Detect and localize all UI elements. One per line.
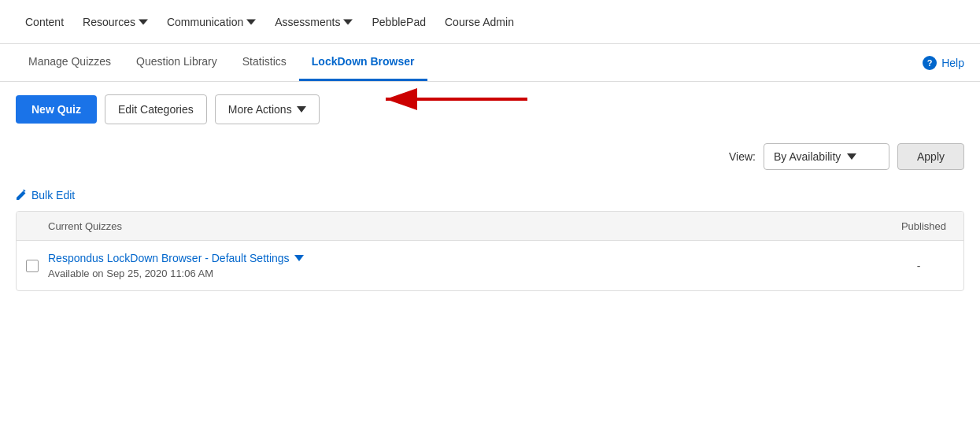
nav-resources[interactable]: Resources	[73, 0, 157, 44]
new-quiz-button[interactable]: New Quiz	[16, 95, 97, 124]
row-content: Respondus LockDown Browser - Default Set…	[48, 252, 874, 279]
row-checkbox[interactable]	[26, 260, 39, 272]
sub-nav-tabs: Manage Quizzes Question Library Statisti…	[16, 44, 923, 81]
pencil-icon	[16, 190, 27, 201]
sub-navigation: Manage Quizzes Question Library Statisti…	[0, 44, 980, 82]
view-select[interactable]: By Availability	[764, 143, 889, 170]
more-actions-button[interactable]: More Actions	[215, 94, 320, 124]
quiz-published: -	[883, 260, 954, 272]
nav-assessments[interactable]: Assessments	[265, 0, 362, 44]
action-toolbar: New Quiz Edit Categories More Actions	[0, 82, 980, 137]
quiz-link-chevron-icon	[294, 255, 304, 261]
nav-pebblepad[interactable]: PebblePad	[362, 0, 435, 44]
help-icon: ?	[923, 56, 937, 70]
view-select-chevron-icon	[847, 153, 856, 160]
tab-statistics[interactable]: Statistics	[230, 44, 299, 81]
column-header-quizzes: Current Quizzes	[48, 220, 874, 232]
top-navigation: Content Resources Communication Assessme…	[0, 0, 980, 44]
view-label: View:	[729, 150, 756, 163]
nav-courseadmin[interactable]: Course Admin	[435, 0, 523, 44]
bulk-edit-link[interactable]: Bulk Edit	[16, 189, 75, 201]
nav-communication[interactable]: Communication	[157, 0, 265, 44]
column-header-published: Published	[883, 220, 954, 232]
communication-dropdown-icon	[246, 17, 256, 27]
tab-lockdown-browser[interactable]: LockDown Browser	[299, 44, 427, 81]
more-actions-chevron-icon	[297, 106, 306, 113]
view-row: View: By Availability Apply	[0, 137, 980, 183]
edit-categories-button[interactable]: Edit Categories	[105, 94, 207, 124]
table-header: Current Quizzes Published	[17, 212, 963, 241]
quiz-availability: Available on Sep 25, 2020 11:06 AM	[48, 268, 874, 279]
apply-button[interactable]: Apply	[897, 143, 964, 170]
quiz-table: Current Quizzes Published Respondus Lock…	[16, 211, 964, 291]
table-row: Respondus LockDown Browser - Default Set…	[17, 241, 963, 290]
assessments-dropdown-icon	[343, 17, 353, 27]
tab-question-library[interactable]: Question Library	[124, 44, 230, 81]
tab-manage-quizzes[interactable]: Manage Quizzes	[16, 44, 124, 81]
resources-dropdown-icon	[139, 17, 148, 27]
bulk-edit-row: Bulk Edit	[0, 183, 980, 211]
help-button[interactable]: ? Help	[923, 45, 964, 81]
quiz-link[interactable]: Respondus LockDown Browser - Default Set…	[48, 252, 874, 264]
nav-content[interactable]: Content	[16, 0, 73, 44]
